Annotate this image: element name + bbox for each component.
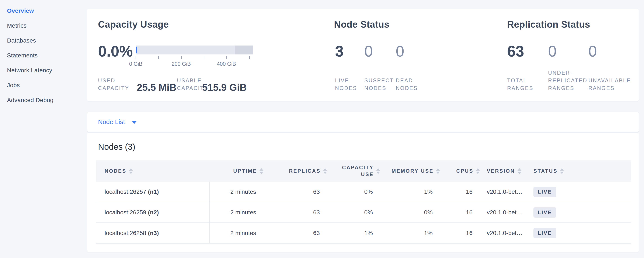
replicas-cell: 63 — [263, 202, 327, 222]
live-nodes-count: 3 — [335, 43, 344, 60]
axis-tick-label: 400 GiB — [212, 61, 241, 67]
capacity-use-cell: 1% — [327, 223, 380, 243]
capacity-use-cell: 0% — [327, 182, 380, 202]
dead-nodes-label: DEAD NODES — [396, 77, 423, 92]
status-badge: LIVE — [534, 187, 556, 197]
sidebar-item-network-latency[interactable]: Network Latency — [7, 63, 52, 78]
version-cell: v20.1.0-bet… — [480, 202, 524, 222]
suspect-nodes-label: SUSPECT NODES — [364, 77, 395, 92]
node-status-title: Node Status — [334, 19, 389, 30]
axis-tick — [181, 56, 182, 59]
under-replicated-ranges-label: UNDER-REPLICATED RANGES — [548, 69, 595, 92]
chevron-down-icon — [132, 121, 137, 124]
unavailable-ranges-label: UNAVAILABLE RANGES — [588, 77, 638, 92]
status-badge: LIVE — [534, 228, 556, 238]
memory-use-cell: 1% — [380, 223, 440, 243]
sidebar-item-jobs[interactable]: Jobs — [7, 78, 20, 93]
uptime-cell: 2 minutes — [210, 182, 263, 202]
sidebar-item-advanced-debug[interactable]: Advanced Debug — [7, 93, 54, 108]
node-address: localhost:26257 — [104, 188, 146, 195]
table-row[interactable]: localhost:26257 (n1) 2 minutes 63 0% 1% … — [96, 182, 631, 202]
capacity-bar-chart — [136, 46, 253, 54]
status-badge: LIVE — [534, 207, 556, 218]
nodes-table: NODES UPTIME REPLICAS CAPACITY USE MEMOR… — [96, 160, 631, 243]
column-header-uptime[interactable]: UPTIME — [210, 160, 263, 182]
axis-tick — [226, 56, 227, 59]
cpus-cell: 16 — [440, 182, 480, 202]
memory-use-cell: 0% — [380, 202, 440, 222]
cpus-cell: 16 — [440, 202, 480, 222]
sidebar-item-metrics[interactable]: Metrics — [7, 18, 26, 33]
table-row[interactable]: localhost:26259 (n2) 2 minutes 63 0% 0% … — [96, 202, 631, 223]
axis-tick — [158, 56, 159, 59]
nodes-table-card: Nodes (3) NODES UPTIME REPLICAS CAPACITY… — [87, 133, 639, 252]
column-header-replicas[interactable]: REPLICAS — [263, 160, 327, 182]
node-id: (n1) — [148, 188, 159, 195]
version-cell: v20.1.0-bet… — [480, 182, 524, 202]
cpus-cell: 16 — [440, 223, 480, 243]
column-header-version[interactable]: VERSION — [480, 160, 524, 182]
total-ranges-count: 63 — [507, 43, 524, 60]
memory-use-cell: 1% — [380, 182, 440, 202]
node-id: (n3) — [148, 230, 159, 236]
sort-icon — [260, 168, 263, 174]
under-replicated-ranges-count: 0 — [548, 43, 556, 60]
table-header-row: NODES UPTIME REPLICAS CAPACITY USE MEMOR… — [96, 160, 631, 182]
suspect-nodes-count: 0 — [364, 43, 373, 60]
dead-nodes-count: 0 — [396, 43, 404, 60]
node-list-dropdown-card: Node List — [87, 112, 639, 132]
version-cell: v20.1.0-bet… — [480, 223, 524, 243]
axis-tick — [249, 56, 250, 59]
sidebar-item-databases[interactable]: Databases — [7, 33, 36, 48]
replicas-cell: 63 — [263, 223, 327, 243]
column-header-status[interactable]: STATUS — [524, 160, 631, 182]
capacity-bar-other-segment — [235, 46, 253, 54]
sort-icon — [560, 168, 564, 174]
sort-icon — [436, 168, 440, 174]
live-nodes-label: LIVE NODES — [335, 77, 363, 92]
cluster-summary-card: Capacity Usage 0.0% 0 GiB 200 GiB 400 Gi… — [87, 9, 639, 101]
uptime-cell: 2 minutes — [210, 202, 263, 222]
node-list-label: Node List — [98, 118, 125, 125]
column-header-capacity-use[interactable]: CAPACITY USE — [327, 160, 380, 182]
used-capacity-label: USED CAPACITY — [98, 77, 133, 92]
axis-tick — [204, 56, 204, 59]
sort-icon — [518, 168, 521, 174]
sidebar-item-statements[interactable]: Statements — [7, 48, 38, 63]
usable-capacity-value: 515.9 GiB — [202, 82, 247, 93]
column-header-memory-use[interactable]: MEMORY USE — [380, 160, 440, 182]
column-header-cpus[interactable]: CPUS — [440, 160, 480, 182]
used-capacity-value: 25.5 MiB — [137, 82, 176, 93]
table-row[interactable]: localhost:26258 (n3) 2 minutes 63 1% 1% … — [96, 223, 631, 243]
total-ranges-label: TOTAL RANGES — [507, 77, 539, 92]
sidebar-item-overview[interactable]: Overview — [7, 4, 34, 18]
replication-status-title: Replication Status — [507, 19, 590, 30]
capacity-usage-title: Capacity Usage — [98, 19, 169, 30]
axis-tick-label: 0 GiB — [121, 61, 151, 67]
unavailable-ranges-count: 0 — [588, 43, 597, 60]
node-address: localhost:26258 — [104, 230, 146, 236]
node-id: (n2) — [148, 209, 159, 216]
sidebar: Overview Metrics Databases Statements Ne… — [0, 0, 87, 258]
replicas-cell: 63 — [263, 182, 327, 202]
capacity-used-percent: 0.0% — [98, 43, 133, 60]
nodes-heading: Nodes (3) — [98, 142, 136, 152]
axis-tick-label: 200 GiB — [166, 61, 196, 67]
sort-icon — [323, 168, 327, 174]
node-address: localhost:26259 — [104, 209, 146, 216]
node-list-dropdown[interactable]: Node List — [98, 112, 137, 132]
axis-tick — [136, 56, 136, 59]
capacity-use-cell: 0% — [327, 202, 380, 222]
column-header-nodes[interactable]: NODES — [96, 160, 210, 182]
sort-icon — [376, 168, 380, 174]
sort-icon — [129, 168, 133, 174]
sort-icon — [476, 168, 480, 174]
capacity-bar-used-segment — [136, 47, 137, 53]
uptime-cell: 2 minutes — [210, 223, 263, 243]
